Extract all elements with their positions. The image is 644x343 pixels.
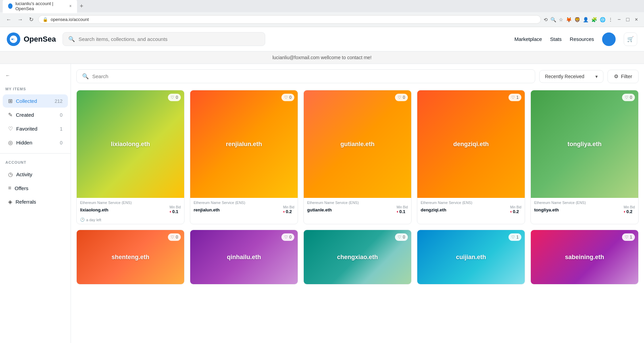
translate-icon[interactable]: ⟲ <box>544 17 548 22</box>
timer-icon: 🕐 <box>80 218 85 222</box>
nft-image-lixiaolong: lixiaolong.eth <box>77 90 184 198</box>
nft-heart-lixiaolong[interactable]: ♡ 0 <box>168 94 181 101</box>
browser-tab[interactable]: lucianliu's account | OpenSea × <box>3 0 77 13</box>
nft-image-wrap: tongliya.eth ♡ 0 <box>531 90 638 198</box>
sidebar-divider <box>0 153 71 154</box>
pencil-icon: ✎ <box>8 112 13 118</box>
heart-icon: ♡ <box>171 235 174 239</box>
minimize-button[interactable]: − <box>616 17 623 23</box>
sidebar-label-favorited: Favorited <box>16 126 38 132</box>
nft-info-gutianle: Ethereum Name Service (ENS) gutianle.eth… <box>304 198 411 217</box>
nft-collection: Ethereum Name Service (ENS) <box>534 201 635 205</box>
nft-price: ♦ 0.2 <box>510 209 521 214</box>
nft-collection: Ethereum Name Service (ENS) <box>307 201 408 205</box>
search-input[interactable] <box>78 36 259 42</box>
nft-name-display: lixiaolong.eth <box>111 141 150 148</box>
price-label: Min Bid <box>624 205 635 209</box>
chevron-down-icon: ▾ <box>595 74 598 79</box>
nft-heart-shenteng[interactable]: ♡ 0 <box>168 233 181 241</box>
nft-heart-chengxiao[interactable]: ♡ 0 <box>395 233 408 241</box>
grid-icon: ⊞ <box>8 98 13 104</box>
nft-image-wrap: chengxiao.eth ♡ 0 <box>304 230 411 284</box>
nav-marketplace[interactable]: Marketplace <box>514 36 542 42</box>
menu-dots[interactable]: ⋮ <box>608 17 613 22</box>
maximize-button[interactable]: □ <box>624 17 631 23</box>
sidebar-item-favorited[interactable]: ♡ Favorited 1 <box>3 122 68 135</box>
heart-count: 1 <box>516 95 519 100</box>
heart-count: 0 <box>403 235 405 239</box>
nft-heart-renjialun[interactable]: ♡ 0 <box>281 94 294 101</box>
row-spacer <box>76 224 639 230</box>
nft-price: ♦ 0.1 <box>397 209 408 214</box>
search-icon: 🔍 <box>68 36 75 42</box>
tab-favicon <box>8 3 13 9</box>
sidebar-back-button[interactable]: ← <box>0 69 71 82</box>
sidebar-label-created: Created <box>16 112 34 118</box>
nft-image-wrap: qinhailu.eth ♡ 0 <box>190 230 298 284</box>
search-icon-browser[interactable]: 🔍 <box>550 17 556 22</box>
price-value: 0.2 <box>513 209 519 214</box>
nav-stats[interactable]: Stats <box>550 36 562 42</box>
new-tab-button[interactable]: + <box>77 3 86 10</box>
nav-resources[interactable]: Resources <box>570 36 594 42</box>
nft-card-renjialun[interactable]: renjialun.eth ♡ 0 Ethereum Name Service … <box>190 90 298 224</box>
header-nav: Marketplace Stats Resources 🛒 <box>514 32 637 46</box>
refresh-button[interactable]: ↻ <box>27 15 35 24</box>
bookmark-icon[interactable]: ☆ <box>559 17 563 22</box>
sidebar-label-hidden: Hidden <box>16 140 32 145</box>
sidebar-item-collected[interactable]: ⊞ Collected 212 <box>3 94 68 108</box>
nft-image-wrap: lixiaolong.eth ♡ 0 <box>77 90 184 198</box>
content-search-input[interactable] <box>92 73 529 79</box>
filter-icon: ⚙ <box>614 73 618 79</box>
profile-icon[interactable]: 👤 <box>583 17 589 22</box>
nft-card-gutianle[interactable]: gutianle.eth ♡ 0 Ethereum Name Service (… <box>303 90 412 224</box>
nft-card-qinhailu[interactable]: qinhailu.eth ♡ 0 <box>190 230 298 284</box>
filter-label: Filter <box>621 73 632 79</box>
nft-card-chengxiao[interactable]: chengxiao.eth ♡ 0 <box>303 230 412 284</box>
nft-heart-gutianle[interactable]: ♡ 0 <box>395 94 408 101</box>
tab-close-button[interactable]: × <box>69 4 72 8</box>
sidebar-item-activity[interactable]: ◷ Activity <box>3 168 68 181</box>
nft-heart-dengziqi[interactable]: ♡ 1 <box>509 94 521 101</box>
heart-icon: ♡ <box>171 95 174 100</box>
extensions-icon[interactable]: 🧩 <box>591 17 597 22</box>
hidden-count: 0 <box>60 140 63 145</box>
heart-icon: ♡ <box>398 95 401 100</box>
url-bar[interactable]: 🔒 opensea.io/account <box>38 15 541 24</box>
content-search-bar[interactable]: 🔍 <box>76 69 535 83</box>
nft-card-shenteng[interactable]: shenteng.eth ♡ 0 <box>76 230 184 284</box>
avatar-browser-icon[interactable]: 🌐 <box>600 17 605 22</box>
sidebar-item-hidden[interactable]: ◎ Hidden 0 <box>3 136 68 149</box>
sidebar-item-offers[interactable]: ≡ Offers <box>3 182 68 195</box>
nft-heart-cuijian[interactable]: ♡ 1 <box>509 233 521 241</box>
price-label: Min Bid <box>170 205 181 209</box>
search-bar[interactable]: 🔍 <box>63 32 265 46</box>
brave-icon[interactable]: 🦁 <box>574 17 580 22</box>
back-button[interactable]: ← <box>4 15 14 24</box>
sidebar-item-created[interactable]: ✎ Created 0 <box>3 108 68 121</box>
nft-heart-qinhailu[interactable]: ♡ 0 <box>281 233 294 241</box>
heart-icon: ♡ <box>8 125 13 132</box>
nft-heart-tongliya[interactable]: ♡ 0 <box>622 94 635 101</box>
close-button[interactable]: × <box>633 17 640 23</box>
sidebar-item-referrals[interactable]: ◈ Referrals <box>3 195 68 208</box>
forward-button[interactable]: → <box>16 15 25 24</box>
filter-button[interactable]: ⚙ Filter <box>608 70 639 83</box>
heart-icon: ♡ <box>625 95 628 100</box>
sort-dropdown[interactable]: Recently Received ▾ <box>539 70 603 83</box>
user-avatar-button[interactable] <box>602 32 616 46</box>
nft-card-sabeining[interactable]: sabeining.eth ♡ 1 <box>530 230 639 284</box>
metamask-icon[interactable]: 🦊 <box>566 17 572 22</box>
nft-card-tongliya[interactable]: tongliya.eth ♡ 0 Ethereum Name Service (… <box>530 90 639 224</box>
heart-count: 0 <box>176 95 178 100</box>
nft-heart-sabeining[interactable]: ♡ 1 <box>622 233 635 241</box>
banner-text: lucianliu@foxmail.com wellcome to contac… <box>272 55 372 60</box>
nft-card-lixiaolong[interactable]: lixiaolong.eth ♡ 0 Ethereum Name Service… <box>76 90 184 224</box>
nft-info-dengziqi: Ethereum Name Service (ENS) dengziqi.eth… <box>417 198 525 217</box>
nft-card-dengziqi[interactable]: dengziqi.eth ♡ 1 Ethereum Name Service (… <box>417 90 525 224</box>
cart-button[interactable]: 🛒 <box>624 32 637 46</box>
eth-icon: ♦ <box>397 210 398 213</box>
logo[interactable]: OpenSea <box>7 32 56 46</box>
nft-card-cuijian[interactable]: cuijian.eth ♡ 1 <box>417 230 525 284</box>
heart-count: 0 <box>289 235 292 239</box>
